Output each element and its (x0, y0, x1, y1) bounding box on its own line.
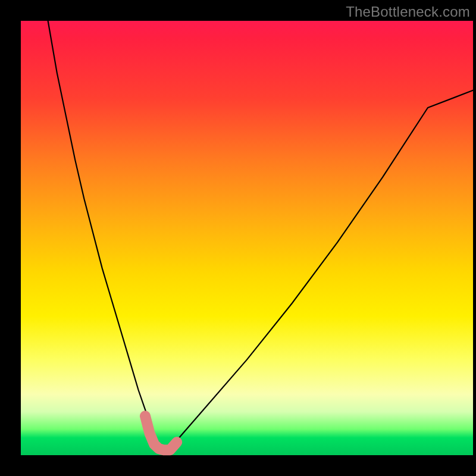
trough-marker (145, 416, 177, 450)
plot-area (21, 21, 473, 455)
bottleneck-curve (48, 21, 473, 451)
watermark-text: TheBottleneck.com (346, 4, 470, 20)
chart-frame: TheBottleneck.com (0, 0, 476, 476)
chart-svg (21, 21, 473, 455)
